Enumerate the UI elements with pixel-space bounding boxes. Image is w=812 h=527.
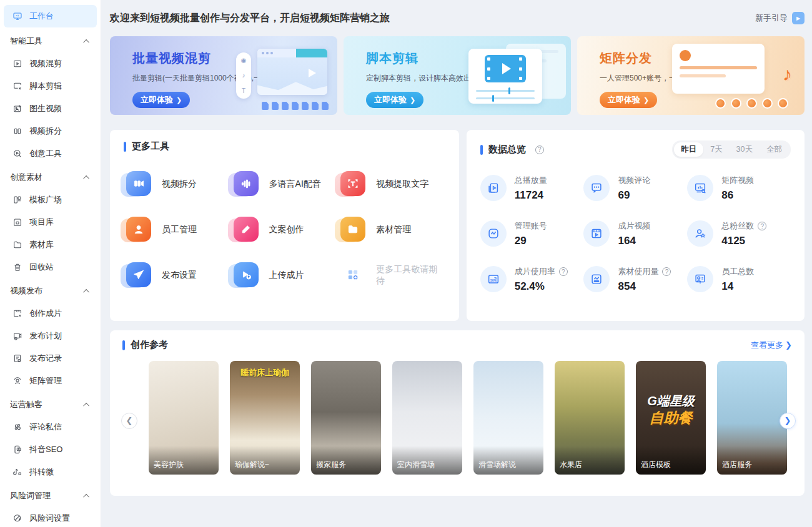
tool-ai-dubbing[interactable]: 多语言AI配音 xyxy=(231,171,339,197)
tool-copywriting[interactable]: 文案创作 xyxy=(231,217,339,243)
video-title: 水果店 xyxy=(555,446,625,475)
sidebar-item-create-film[interactable]: 创作成片 xyxy=(0,302,101,325)
sidebar-item-dou-to-wechat[interactable]: 抖转微 xyxy=(0,461,101,483)
sidebar-group-video-publish[interactable]: 视频发布 xyxy=(0,280,101,302)
sidebar-item-video-mix[interactable]: 视频混剪 xyxy=(0,52,101,75)
tool-staff-manage[interactable]: 员工管理 xyxy=(124,217,231,243)
template-market-icon xyxy=(12,195,22,205)
sidebar-item-script-edit[interactable]: 脚本剪辑 xyxy=(0,75,101,97)
video-mix-icon xyxy=(12,59,22,69)
tab-7days[interactable]: 7天 xyxy=(703,142,729,157)
video-split-icon xyxy=(132,177,145,190)
section-title: 更多工具 xyxy=(132,140,169,152)
sidebar-group-smart-tools[interactable]: 智能工具 xyxy=(0,30,101,52)
sidebar-item-creative-tools[interactable]: 创意工具 xyxy=(0,142,101,165)
beginner-guide-button[interactable]: 新手引导 ▶ xyxy=(755,12,805,24)
video-card-yoga[interactable]: 睡前床上瑜伽 瑜伽解说~ xyxy=(230,361,300,475)
stat-total-fans: 总粉丝数?4125 xyxy=(687,220,791,247)
stat-value: 86 xyxy=(721,189,754,202)
video-title: 室内滑雪场 xyxy=(392,446,462,475)
tab-30days[interactable]: 30天 xyxy=(730,142,760,157)
risk-word-settings-icon xyxy=(12,513,22,523)
try-now-button[interactable]: 立即体验❯ xyxy=(132,92,190,108)
sidebar-item-project-library[interactable]: 项目库 xyxy=(0,211,101,234)
sidebar-item-recycle-bin[interactable]: 回收站 xyxy=(0,256,101,278)
video-card-fruit-store[interactable]: 水果店 xyxy=(555,361,625,475)
stat-film-usage-rate: 50% 成片使用率?52.4% xyxy=(480,266,584,293)
stat-label: 总播放量 xyxy=(515,175,547,186)
help-icon[interactable]: ? xyxy=(559,267,568,276)
sidebar-item-douyin-seo[interactable]: 抖音SEO xyxy=(0,438,101,461)
help-icon[interactable]: ? xyxy=(662,267,671,276)
stat-label: 素材使用量? xyxy=(618,266,671,277)
sidebar-item-matrix-manage[interactable]: 矩阵管理 xyxy=(0,370,101,392)
video-card-hotel-template[interactable]: G端星级自助餐 酒店模板 xyxy=(636,361,706,475)
try-now-button[interactable]: 立即体验❯ xyxy=(366,92,423,108)
tool-video-split[interactable]: 视频拆分 xyxy=(124,171,231,197)
material-usage-icon xyxy=(590,272,603,286)
stat-label: 成片使用率? xyxy=(515,266,568,277)
sidebar-item-label: 视频混剪 xyxy=(29,58,62,69)
comment-dm-icon xyxy=(12,422,22,432)
total-fans-icon xyxy=(693,227,707,240)
sidebar-item-image-to-video[interactable]: 图生视频 xyxy=(0,97,101,120)
sidebar-item-label: 风险词设置 xyxy=(29,513,70,524)
carousel-prev-button[interactable]: ❮ xyxy=(121,413,137,429)
sidebar: 工作台 智能工具 视频混剪 脚本剪辑 图生视频 视频拆分 创意工具 创意素材 模… xyxy=(0,0,101,527)
chevron-up-icon xyxy=(83,402,89,408)
try-now-button[interactable]: 立即体验❯ xyxy=(600,92,657,108)
sidebar-item-publish-record[interactable]: 发布记录 xyxy=(0,347,101,370)
sidebar-item-workbench[interactable]: 工作台 xyxy=(4,5,97,27)
staff-total-icon xyxy=(693,272,707,286)
video-card-moving-service[interactable]: 搬家服务 xyxy=(311,361,381,475)
data-overview-panel: 数据总览? 昨日 7天 30天 全部 总播放量11724 视频评论69 xyxy=(467,130,805,321)
sidebar-item-label: 项目库 xyxy=(29,217,54,228)
sidebar-item-material-library[interactable]: 素材库 xyxy=(0,234,101,256)
video-card-hotel-service[interactable]: 酒店服务 xyxy=(717,361,787,475)
help-icon[interactable]: ? xyxy=(535,145,544,154)
sidebar-group-creative-material[interactable]: 创意素材 xyxy=(0,166,101,189)
guide-play-icon[interactable]: ▶ xyxy=(792,12,805,24)
stat-matrix-videos: 矩阵视频86 xyxy=(687,175,791,202)
tool-material-manage[interactable]: 素材管理 xyxy=(338,217,445,243)
banner-script-edit[interactable]: 脚本剪辑 定制脚本剪辑，设计脚本高效出片 立即体验❯ xyxy=(344,36,571,115)
upload-video-icon xyxy=(240,268,252,281)
banner-matrix-distribution[interactable]: 矩阵分发 一人管理500+账号，一键分发，支持挂载POI 立即体验❯ ♪ xyxy=(577,36,805,115)
sidebar-item-video-split[interactable]: 视频拆分 xyxy=(0,120,101,142)
sidebar-item-template-market[interactable]: 模板广场 xyxy=(0,189,101,211)
carousel-next-button[interactable]: ❯ xyxy=(780,413,796,429)
sidebar-group-operation-reach[interactable]: 运营触客 xyxy=(0,393,101,416)
tool-publish-settings[interactable]: 发布设置 xyxy=(124,262,231,288)
video-title: 滑雪场解说 xyxy=(473,446,543,475)
stat-value: 29 xyxy=(515,235,547,247)
video-title: 瑜伽解说~ xyxy=(230,446,300,475)
sidebar-item-comment-dm[interactable]: 评论私信 xyxy=(0,416,101,438)
stat-value: 14 xyxy=(721,280,754,293)
video-card-indoor-ski[interactable]: 室内滑雪场 xyxy=(392,361,462,475)
help-icon[interactable]: ? xyxy=(758,222,766,230)
view-more-link[interactable]: 查看更多❯ xyxy=(751,340,792,351)
stat-label: 成片视频 xyxy=(618,220,650,232)
image-to-video-icon xyxy=(12,104,22,114)
managed-accounts-icon xyxy=(487,227,500,240)
tool-extract-text[interactable]: 视频提取文字 xyxy=(338,171,445,197)
banner-batch-video-mix[interactable]: 批量视频混剪 批量剪辑(一天批量剪辑1000个视频),一键定时发布 立即体验❯ … xyxy=(110,36,337,115)
sidebar-item-risk-word-settings[interactable]: 风险词设置 xyxy=(0,507,101,527)
sidebar-group-risk-words[interactable]: 风险词管理 xyxy=(0,485,101,507)
chevron-up-icon xyxy=(83,288,89,295)
sidebar-item-publish-plan[interactable]: 发布计划 xyxy=(0,325,101,347)
publish-settings-icon xyxy=(132,268,145,281)
script-edit-icon xyxy=(12,81,22,91)
sidebar-item-label: 回收站 xyxy=(29,262,54,273)
stat-managed-accounts: 管理账号29 xyxy=(480,220,584,247)
video-card-ski-commentary[interactable]: 滑雪场解说 xyxy=(473,361,543,475)
stat-finished-videos: 成片视频164 xyxy=(583,220,687,247)
tab-yesterday[interactable]: 昨日 xyxy=(674,142,703,157)
video-card-beauty-skincare[interactable]: 美容护肤 xyxy=(149,361,219,475)
more-tools-icon xyxy=(347,268,359,281)
stat-total-plays: 总播放量11724 xyxy=(480,175,584,202)
tab-all[interactable]: 全部 xyxy=(760,142,789,157)
create-film-icon xyxy=(12,308,22,318)
sidebar-item-label: 创意工具 xyxy=(29,148,62,159)
tool-upload-video[interactable]: 上传成片 xyxy=(231,262,339,288)
